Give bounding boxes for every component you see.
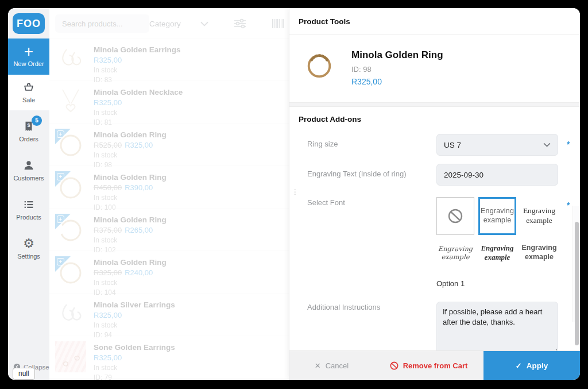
catalog-toolbar: Category [49,8,289,38]
search-input[interactable] [55,14,149,33]
product-id: ID: 94 [94,331,175,339]
product-thumbnail-ring: + [55,129,86,160]
sidebar-item-label: Customers [13,175,44,182]
product-thumbnail-photo [55,341,86,372]
product-thumbnail-necklace [55,86,86,117]
ring-size-value: US 7 [444,141,461,149]
panel-scrollbar-thumb[interactable] [575,222,579,345]
sidebar-item-label: Sale [22,97,35,103]
cancel-label: Cancel [326,361,349,370]
section-divider [289,102,580,107]
sidebar-item-settings[interactable]: ⚙ Settings [8,231,49,267]
additional-instructions-field: Additional Instructions If possible, ple… [299,302,571,351]
font-option-selected[interactable]: Engraving example [478,197,516,235]
ribbon-plus-icon: + [57,130,64,138]
close-icon: ✕ [315,361,321,370]
ring-size-select[interactable]: US 7 [436,134,558,156]
list-icon [8,198,49,212]
product-price: R325,00 [125,141,153,149]
required-asterisk: * [567,134,570,156]
product-thumbnail-earrings-silver [55,299,86,330]
product-list: Minola Golden Earrings R325,00 In stock … [49,38,289,379]
product-id: ID: 83 [94,76,181,84]
sidebar-item-label: Orders [19,136,38,142]
catalog-dimmed-content: Category M [49,8,289,379]
product-stock: In stock [94,151,167,159]
font-options-grid: Engraving example Engraving example Engr… [436,197,558,267]
gear-icon: ⚙ [8,237,49,251]
product-list-panel: Category M [49,8,289,380]
product-id: ID: 100 [94,203,167,211]
basket-icon [8,81,49,95]
ring-size-label: Ring size [299,134,436,156]
orders-badge: 5 [32,115,42,126]
product-thumbnail-ring: + [55,256,86,287]
required-asterisk: * [567,197,570,288]
prohibited-icon [390,361,399,370]
addons-title: Product Add-ons [299,115,571,124]
product-price: R325,00 [94,353,122,362]
product-thumbnail-ring: + [55,171,86,202]
product-name: Minola Golden Ring [94,173,167,182]
svg-text:$: $ [27,122,30,128]
cancel-button[interactable]: ✕ Cancel [289,351,374,380]
product-summary: Minola Golden Ring ID: 98 R325,00 [289,34,580,102]
new-order-button[interactable]: + New Order [8,38,49,75]
category-dropdown[interactable]: Category [149,20,208,28]
font-option-cursive[interactable]: Engraving example [478,239,516,267]
product-stock: In stock [94,364,175,372]
product-old-price: R375,00 [94,226,122,234]
sidebar-item-customers[interactable]: Customers [8,153,49,188]
product-id: ID: 102 [94,246,167,254]
product-row[interactable]: Sone Golden Earrings R325,00 In stock ID… [49,336,289,379]
product-row[interactable]: + Minola Golden Ring R525,00R325,00 In s… [49,124,289,166]
product-row[interactable]: Minola Golden Necklace R325,00 In stock … [49,81,289,124]
sidebar-item-sale[interactable]: Sale [8,75,49,110]
font-option-serif[interactable]: Engraving example [520,197,558,235]
logo-text: FOO [17,18,41,29]
new-order-label: New Order [13,60,44,67]
engraving-text-input[interactable] [436,164,558,186]
apply-button[interactable]: ✓ Apply [483,351,580,380]
product-old-price: R525,00 [94,141,122,149]
ribbon-plus-icon: + [57,258,64,265]
product-row[interactable]: + Minola Golden Ring R325,00R240,00 In s… [49,251,289,294]
product-price: R390,00 [125,183,153,192]
app-window: FOO + New Order Sale 5 $ Orders [8,8,580,380]
font-option-script[interactable]: Engraving example [436,239,474,267]
check-icon: ✓ [516,361,522,370]
filter-sliders-icon[interactable] [234,18,246,29]
ring-size-field: Ring size US 7 * [299,134,571,156]
font-option-none[interactable] [436,197,474,235]
barcode-icon[interactable] [272,18,284,29]
remove-from-cart-button[interactable]: Remove from Cart [374,351,483,380]
product-row[interactable]: Minola Silver Earrings R325,00 In stock … [49,294,289,336]
product-row[interactable]: Minola Golden Earrings R325,00 In stock … [49,38,289,81]
product-stock: In stock [94,279,167,287]
sidebar-item-products[interactable]: Products [8,192,49,228]
no-engraving-icon [447,208,463,224]
product-name: Minola Golden Ring [94,130,167,139]
font-option-rounded[interactable]: Engraving exmaple [520,239,558,267]
null-tooltip: null [13,368,35,380]
drag-handle-icon[interactable]: ⋮ [292,191,299,193]
product-detail-id: ID: 98 [351,65,443,74]
product-name: Minola Golden Ring [94,215,167,224]
sidebar-item-orders[interactable]: 5 $ Orders [8,114,49,149]
additional-instructions-textarea[interactable]: If possible, please add a heart after th… [436,302,558,351]
panel-scrollbar-track[interactable] [572,206,580,322]
sidebar: FOO + New Order Sale 5 $ Orders [8,8,49,380]
product-addons-section: Product Add-ons Ring size US 7 * Engravi… [289,107,580,351]
product-id: ID: 81 [94,118,183,126]
product-row[interactable]: + Minola Golden Ring R375,00R265,00 In s… [49,209,289,251]
product-stock: In stock [94,109,183,117]
product-price: R240,00 [125,268,153,277]
product-image-ring [304,49,334,79]
product-name: Minola Golden Ring [94,258,167,267]
chevron-down-icon [200,21,208,26]
product-thumbnail-ring-open: + [55,214,86,245]
additional-instructions-label: Additional Instructions [299,302,436,351]
product-id: ID: 98 [94,161,167,169]
ribbon-plus-icon: + [57,173,64,180]
product-row[interactable]: + Minola Golden Ring R450,00R390,00 In s… [49,166,289,209]
